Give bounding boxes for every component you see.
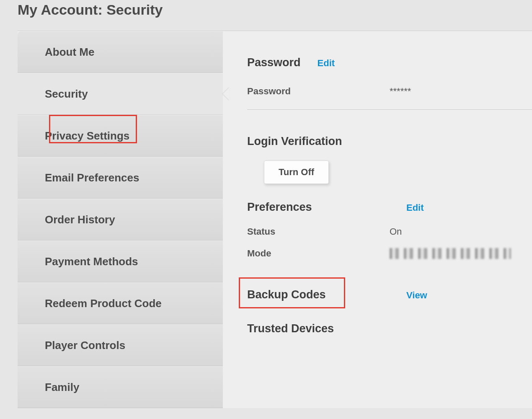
- status-label: Status: [247, 226, 390, 237]
- sidebar-item-label: Privacy Settings: [45, 129, 129, 142]
- sidebar: About Me Security Privacy Settings Email…: [18, 31, 223, 408]
- password-field-label: Password: [247, 86, 390, 97]
- page-title: My Account: Security: [18, 0, 532, 31]
- mode-value-redacted: [390, 248, 511, 259]
- status-value: On: [390, 226, 402, 237]
- sidebar-item-label: Order History: [45, 213, 115, 226]
- section-divider: [247, 109, 532, 110]
- sidebar-item-privacy-settings[interactable]: Privacy Settings: [18, 115, 223, 157]
- sidebar-item-label: Email Preferences: [45, 171, 139, 184]
- sidebar-item-label: About Me: [45, 46, 94, 59]
- password-edit-link[interactable]: Edit: [318, 58, 335, 69]
- sidebar-item-security[interactable]: Security: [18, 73, 223, 115]
- backup-codes-title: Backup Codes: [247, 288, 406, 301]
- sidebar-item-label: Player Controls: [45, 339, 125, 352]
- login-verification-section: Login Verification Turn Off Preferences …: [247, 135, 532, 335]
- password-section: Password Edit Password ******: [247, 56, 532, 110]
- sidebar-item-order-history[interactable]: Order History: [18, 199, 223, 241]
- sidebar-item-label: Security: [45, 88, 88, 101]
- content-area: Password Edit Password ****** Login Veri…: [223, 31, 532, 408]
- sidebar-item-about-me[interactable]: About Me: [18, 31, 223, 73]
- preferences-title: Preferences: [247, 201, 406, 214]
- login-verification-title: Login Verification: [247, 135, 342, 148]
- password-section-title: Password: [247, 56, 301, 69]
- sidebar-item-label: Redeem Product Code: [45, 297, 162, 310]
- sidebar-item-payment-methods[interactable]: Payment Methods: [18, 241, 223, 282]
- sidebar-item-player-controls[interactable]: Player Controls: [18, 324, 223, 366]
- trusted-devices-title: Trusted Devices: [247, 322, 532, 335]
- mode-label: Mode: [247, 248, 390, 259]
- sidebar-item-label: Payment Methods: [45, 255, 138, 268]
- password-field-value: ******: [390, 86, 411, 97]
- account-panel: About Me Security Privacy Settings Email…: [18, 31, 532, 408]
- sidebar-item-family[interactable]: Family: [18, 366, 223, 408]
- sidebar-item-label: Family: [45, 381, 79, 394]
- preferences-edit-link[interactable]: Edit: [406, 202, 424, 213]
- sidebar-item-redeem-product-code[interactable]: Redeem Product Code: [18, 282, 223, 324]
- backup-codes-view-link[interactable]: View: [406, 290, 427, 301]
- turn-off-button[interactable]: Turn Off: [264, 160, 329, 184]
- sidebar-item-email-preferences[interactable]: Email Preferences: [18, 157, 223, 199]
